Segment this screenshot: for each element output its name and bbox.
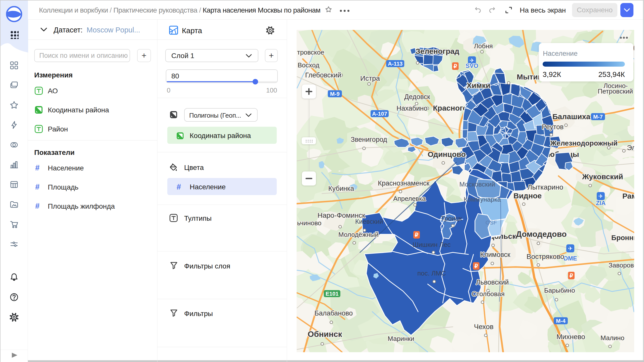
svg-text:₽: ₽ [570, 273, 573, 279]
svg-text:Заворово: Заворово [609, 261, 634, 269]
svg-text:Лобня: Лобня [474, 42, 493, 50]
svg-text:ьчиново: ьчиново [297, 219, 321, 227]
svg-text:Барыбино: Барыбино [544, 287, 575, 294]
svg-text:Железнодорожный: Железнодорожный [550, 139, 618, 147]
svg-text:Одинцово: Одинцово [428, 150, 466, 158]
svg-text:Е101: Е101 [326, 291, 338, 297]
svg-text:Климовск: Климовск [480, 251, 510, 258]
svg-text:Троицк: Троицк [441, 215, 462, 222]
svg-text:✈: ✈ [598, 193, 603, 199]
svg-text:Чехов: Чехов [474, 323, 494, 331]
svg-text:DME: DME [564, 255, 577, 262]
svg-text:М-9: М-9 [330, 91, 340, 97]
svg-text:Химки: Химки [467, 81, 490, 89]
svg-text:Рам: Рам [622, 192, 634, 200]
svg-text:Дедовск: Дедовск [404, 93, 430, 101]
svg-text:Львовский: Львовский [476, 279, 509, 286]
svg-text:₽: ₽ [474, 263, 478, 269]
svg-text:Молодёжный: Молодёжный [338, 231, 379, 238]
svg-text:Бронни: Бронни [611, 234, 634, 242]
svg-text:SVO: SVO [466, 62, 478, 69]
svg-text:Маринки: Маринки [388, 335, 414, 342]
svg-text:А-107: А-107 [372, 111, 387, 117]
svg-text:тровское: тровское [297, 49, 324, 56]
svg-text:OSF: OSF [486, 219, 497, 226]
svg-text:Лыткарино: Лыткарино [528, 183, 563, 191]
svg-text:Шишкин Лес: Шишкин Лес [413, 241, 451, 248]
svg-text:Балабаново: Балабаново [314, 309, 353, 317]
svg-text:Звенигород: Звенигород [351, 136, 387, 143]
svg-text:Балашиха: Балашиха [552, 112, 590, 121]
svg-text:Жуковский: Жуковский [582, 172, 623, 181]
svg-text:₽: ₽ [454, 63, 457, 69]
svg-text:Видное: Видное [513, 192, 542, 200]
svg-text:Краснознаменск: Краснознаменск [378, 179, 429, 187]
svg-text:✈: ✈ [568, 245, 573, 252]
svg-text:Элек: Элек [627, 144, 634, 152]
svg-text:Киевский: Киевский [355, 218, 383, 225]
svg-text:Михнево: Михнево [556, 333, 585, 341]
svg-text:Домодедово: Домодедово [516, 230, 567, 239]
svg-text:А-113: А-113 [388, 61, 403, 67]
svg-text:Нахабино: Нахабино [396, 105, 427, 112]
svg-text:Малино: Малино [600, 334, 624, 342]
svg-text:Кубинка: Кубинка [328, 185, 354, 192]
svg-text:Московский: Московский [459, 180, 495, 188]
svg-text:Зеленоград: Зеленоград [416, 47, 459, 55]
svg-text:Восход: Восход [298, 61, 319, 69]
svg-text:Реутов: Реутов [542, 123, 564, 131]
svg-text:Столбовая: Столбовая [472, 290, 505, 298]
svg-text:Глебовский: Глебовский [305, 71, 341, 79]
svg-text:Обнинск: Обнинск [308, 330, 342, 339]
svg-text:Коммунарка: Коммунарка [464, 196, 501, 203]
svg-text:Истра: Истра [360, 74, 380, 82]
svg-text:Апрелевка: Апрелевка [393, 195, 426, 202]
svg-text:М-7: М-7 [593, 114, 603, 120]
svg-text:Востряково: Востряково [527, 253, 564, 260]
svg-text:Петровский: Петровский [598, 87, 633, 95]
svg-text:пос. ЛМС: пос. ЛМС [417, 269, 446, 277]
svg-text:₽: ₽ [415, 232, 418, 238]
svg-text:ZIA: ZIA [596, 200, 606, 206]
svg-text:М-4: М-4 [556, 318, 566, 324]
